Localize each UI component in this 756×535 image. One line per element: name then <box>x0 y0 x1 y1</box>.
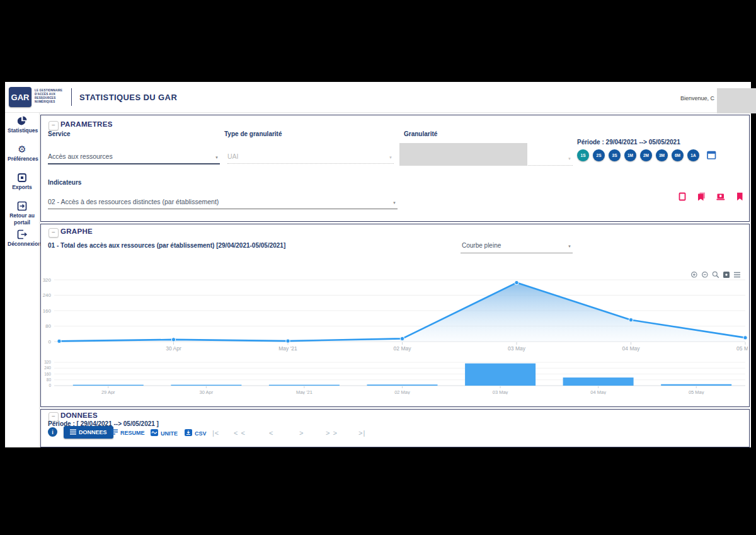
logout-icon <box>17 229 27 239</box>
period-button-1a[interactable]: 1A <box>687 149 699 161</box>
pagination-next[interactable]: > <box>299 429 304 437</box>
pie-chart-icon <box>17 115 27 126</box>
chevron-down-icon: ▼ <box>392 201 396 205</box>
service-label: Service <box>48 130 71 137</box>
sidebar-item-label: Déconnexion <box>8 241 37 248</box>
main-area-chart[interactable]: 08016024032030 AprMay '2102 May03 May04 … <box>42 271 748 353</box>
tab-donnees[interactable]: DONNEES <box>64 426 113 439</box>
period-button-3s[interactable]: 3S <box>609 149 621 161</box>
sidebar-item-retour-portail[interactable]: Retour au portail <box>8 200 37 226</box>
period-button-1m[interactable]: 1M <box>624 149 636 161</box>
svg-text:320: 320 <box>43 277 52 283</box>
chevron-down-icon: ▼ <box>568 157 571 161</box>
bookmark-filled-icon[interactable] <box>736 192 744 201</box>
graphe-title: GRAPHE <box>60 227 93 235</box>
period-button-2s[interactable]: 2S <box>593 149 605 161</box>
gar-logo-subtext: LE GESTIONNAIRE D'ACCÈS AUX RESSOURCES N… <box>35 89 62 104</box>
period-button-3m[interactable]: 3M <box>656 149 668 161</box>
sidebar-item-preferences[interactable]: ⚙ Préférences <box>8 144 37 163</box>
chart-title: 01 - Total des accès aux ressources (par… <box>48 242 285 249</box>
parametres-title: PARAMETRES <box>60 120 113 128</box>
sidebar: Statistiques ⚙ Préférences Exports Retou… <box>5 112 39 447</box>
granularity-label: Granularité <box>404 130 437 137</box>
svg-text:80: 80 <box>45 323 51 329</box>
list-icon <box>70 429 76 436</box>
sidebar-item-deconnexion[interactable]: Déconnexion <box>8 229 37 248</box>
service-select[interactable]: Accès aux ressources ▼ <box>48 143 220 164</box>
gar-logo[interactable]: GAR <box>9 87 32 107</box>
svg-text:03 May: 03 May <box>493 389 508 394</box>
bookmark-outline-icon[interactable] <box>679 192 687 201</box>
pagination-fast-next[interactable]: > > <box>326 429 338 437</box>
sidebar-item-label: Statistiques <box>8 127 37 134</box>
sidebar-item-label: Retour au portail <box>8 212 37 226</box>
info-icon[interactable]: i <box>48 427 57 437</box>
brush-bar-chart[interactable]: 08016024032029 Apr30 AprMay '2102 May03 … <box>42 358 748 394</box>
indicateurs-value: 02 - Accès à des ressources distinctes (… <box>48 198 219 205</box>
tab-resume[interactable]: RESUME <box>112 429 145 436</box>
svg-text:05 May: 05 May <box>736 345 748 352</box>
svg-text:May '21: May '21 <box>296 389 312 394</box>
pagination-prev[interactable]: < <box>269 429 273 437</box>
sidebar-item-statistiques[interactable]: Statistiques <box>8 115 37 134</box>
svg-text:29 Apr: 29 Apr <box>101 389 115 394</box>
laptop-icon[interactable] <box>716 192 725 201</box>
gar-logo-text: GAR <box>11 93 30 102</box>
granularity-type-select[interactable]: UAI ▼ <box>227 143 394 164</box>
header-divider <box>71 88 72 106</box>
indicateurs-select[interactable]: 02 - Accès à des ressources distinctes (… <box>48 190 398 209</box>
exports-icon <box>17 172 27 183</box>
period-button-2m[interactable]: 2M <box>640 149 652 161</box>
svg-text:320: 320 <box>44 360 51 364</box>
list-icon <box>112 429 118 436</box>
user-name-redacted <box>717 88 756 113</box>
app-header: GAR LE GESTIONNAIRE D'ACCÈS AUX RESSOURC… <box>5 82 751 113</box>
granularity-type-label: Type de granularité <box>224 130 282 137</box>
pagination-first[interactable]: |< <box>212 429 219 437</box>
svg-text:0: 0 <box>49 339 52 345</box>
service-value: Accès aux ressources <box>48 152 113 160</box>
granularity-type-value: UAI <box>227 152 239 160</box>
svg-text:04 May: 04 May <box>622 345 641 352</box>
return-portal-icon <box>17 200 27 211</box>
svg-text:02 May: 02 May <box>394 389 410 394</box>
svg-text:160: 160 <box>43 308 52 314</box>
graphe-panel: − GRAPHE 01 - Total des accès aux ressou… <box>40 224 750 407</box>
chevron-down-icon: ▼ <box>215 156 219 159</box>
donnees-panel: − DONNEES Période : [ 29/04/2021 --> 05/… <box>40 409 750 447</box>
collapse-icon[interactable]: − <box>49 228 59 238</box>
pagination-last[interactable]: >| <box>358 429 365 437</box>
svg-text:03 May: 03 May <box>508 345 526 352</box>
indicateurs-label: Indicateurs <box>48 179 81 186</box>
svg-text:30 Apr: 30 Apr <box>166 345 181 352</box>
parametres-actions <box>679 192 744 201</box>
collapse-icon[interactable]: − <box>49 121 59 130</box>
period-button-6m[interactable]: 6M <box>672 149 684 161</box>
gear-icon: ⚙ <box>18 144 26 154</box>
tab-csv[interactable]: CSV <box>185 429 207 437</box>
calendar-icon[interactable] <box>707 150 716 163</box>
svg-text:May '21: May '21 <box>278 345 297 352</box>
svg-text:240: 240 <box>43 292 52 298</box>
period-buttons: 1S 2S 3S 1M 2M 3M 6M 1A <box>577 149 699 161</box>
sidebar-divider <box>39 112 40 447</box>
tab-unite[interactable]: UNITE <box>151 429 178 437</box>
chevron-down-icon: ▼ <box>568 244 571 248</box>
curve-type-select[interactable]: Courbe pleine ▼ <box>461 241 573 253</box>
svg-text:02 May: 02 May <box>394 345 412 352</box>
sidebar-item-label: Préférences <box>8 156 37 163</box>
svg-text:240: 240 <box>44 365 51 370</box>
svg-text:30 Apr: 30 Apr <box>200 389 214 394</box>
donnees-title: DONNEES <box>60 411 98 419</box>
svg-text:04 May: 04 May <box>590 389 606 394</box>
pagination-fast-prev[interactable]: < < <box>234 429 246 437</box>
granularity-redacted-value <box>399 143 527 166</box>
bookmarks-icon[interactable] <box>697 192 706 201</box>
chevron-down-icon: ▼ <box>389 156 392 159</box>
period-button-1s[interactable]: 1S <box>577 149 589 161</box>
parametres-panel: − PARAMETRES Service Accès aux ressource… <box>40 115 750 222</box>
sidebar-item-exports[interactable]: Exports <box>8 172 37 191</box>
svg-text:80: 80 <box>47 377 52 382</box>
svg-text:05 May: 05 May <box>689 389 704 394</box>
app-window: GAR LE GESTIONNAIRE D'ACCÈS AUX RESSOURC… <box>5 82 751 447</box>
